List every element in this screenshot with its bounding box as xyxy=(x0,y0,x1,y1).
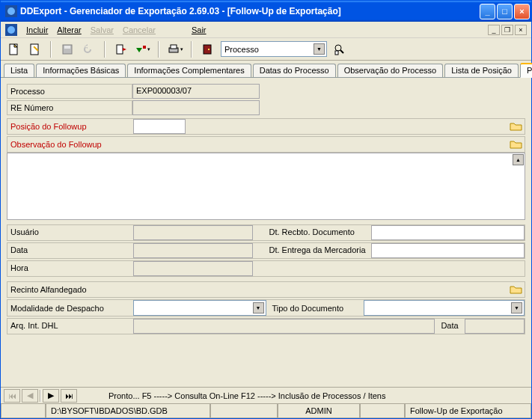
hora-field xyxy=(133,261,253,276)
save-button[interactable] xyxy=(59,41,76,58)
maximize-button[interactable]: □ xyxy=(497,4,513,19)
minimize-button[interactable]: _ xyxy=(480,4,495,19)
recalf-panel: Recinto Alfandegado xyxy=(7,281,525,298)
toolbar: ▾ ▾ Processo ▼ xyxy=(1,38,531,61)
tab-lista-posicao[interactable]: Lista de Posição xyxy=(444,64,519,77)
tab-info-compl[interactable]: Informações Complementares xyxy=(127,64,251,77)
menu-alterar[interactable]: Alterar xyxy=(57,25,81,34)
nav-last-button[interactable]: ⏭ xyxy=(61,389,77,403)
search-type-value: Processo xyxy=(224,45,314,54)
app-icon xyxy=(5,5,17,17)
nav-next-button[interactable]: ▶ xyxy=(43,389,59,403)
hora-label: Hora xyxy=(7,261,133,276)
svg-rect-13 xyxy=(143,46,146,49)
scroll-up-icon[interactable]: ▲ xyxy=(513,154,524,165)
import-dropdown-button[interactable]: ▾ xyxy=(134,41,150,58)
obs-followup-label: Observação do Followup xyxy=(7,138,232,151)
data-label: Data xyxy=(7,243,133,258)
tab-datas[interactable]: Datas do Processo xyxy=(253,64,336,77)
moddesp-label: Modalidade de Despacho xyxy=(7,302,133,315)
data2-label: Data xyxy=(435,319,465,334)
svg-point-1 xyxy=(7,7,15,15)
status-cell-empty3 xyxy=(360,404,405,418)
svg-rect-9 xyxy=(64,46,70,49)
tipodoc-combo[interactable]: ▼ xyxy=(364,300,525,316)
mdi-icon xyxy=(5,24,17,36)
usuario-field xyxy=(133,225,253,240)
menu-salvar[interactable]: Salvar xyxy=(91,25,114,34)
dtent-label: Dt. Entrega da Mercadoria xyxy=(266,243,371,258)
processo-label: Processo xyxy=(7,84,132,99)
re-numero-label: RE Número xyxy=(7,100,132,115)
data2-field xyxy=(465,319,525,334)
menu-sair[interactable]: Sair xyxy=(192,25,207,34)
nav-prev-button[interactable]: ◀ xyxy=(22,389,38,403)
window-title: DDExport - Gerenciador de Exportação 2.6… xyxy=(20,6,480,16)
chevron-down-icon[interactable]: ▼ xyxy=(314,43,325,55)
svg-rect-16 xyxy=(204,45,211,54)
re-numero-field xyxy=(132,100,260,115)
tab-observacao[interactable]: Observação do Processo xyxy=(337,64,444,77)
svg-point-3 xyxy=(7,26,15,34)
mdi-restore-button[interactable]: ❐ xyxy=(501,25,513,35)
svg-rect-10 xyxy=(117,45,123,54)
dtrec-label: Dt. Recbto. Documento xyxy=(266,225,371,240)
svg-rect-20 xyxy=(335,51,338,55)
dtent-field[interactable] xyxy=(371,243,525,258)
status-cell-empty1 xyxy=(1,404,46,418)
data-field xyxy=(133,243,253,258)
arqdhl-label: Arq. Int. DHL xyxy=(7,319,133,334)
tab-info-basicas[interactable]: Informações Básicas xyxy=(36,64,126,77)
main-window: DDExport - Gerenciador de Exportação 2.6… xyxy=(0,0,532,419)
chevron-down-icon[interactable]: ▼ xyxy=(253,302,264,314)
svg-rect-17 xyxy=(208,49,210,50)
export-button[interactable] xyxy=(113,41,129,58)
status-user: ADMIN xyxy=(278,404,360,418)
exit-button[interactable] xyxy=(200,41,216,58)
edit-doc-button[interactable] xyxy=(26,41,43,58)
status-cell-empty2 xyxy=(210,404,278,418)
posicao-followup-label: Posição do Followup xyxy=(7,120,133,133)
usuario-label: Usuário xyxy=(7,225,133,240)
svg-line-19 xyxy=(340,50,343,53)
svg-marker-11 xyxy=(123,48,126,51)
nav-first-button[interactable]: ⏮ xyxy=(4,389,20,403)
mdi-minimize-button[interactable]: _ xyxy=(488,25,500,35)
arqdhl-field xyxy=(133,319,435,334)
moddesp-combo[interactable]: ▼ xyxy=(133,300,266,316)
menu-incluir[interactable]: Incluir xyxy=(26,25,48,34)
undo-button[interactable] xyxy=(80,41,97,58)
titlebar: DDExport - Gerenciador de Exportação 2.6… xyxy=(1,1,531,22)
obs-followup-panel: Observação do Followup xyxy=(7,136,525,153)
form-pane: Processo EXP000003/07 RE Número Posição … xyxy=(1,77,531,387)
status-module: Follow-Up de Exportação xyxy=(405,404,531,418)
search-type-combo[interactable]: Processo ▼ xyxy=(221,41,327,57)
status-hint: Pronto... F5 -----> Consulta On-Line F12… xyxy=(79,391,528,400)
svg-point-18 xyxy=(335,45,341,51)
menu-cancelar[interactable]: Cancelar xyxy=(123,25,156,34)
recalf-label: Recinto Alfandegado xyxy=(7,283,133,296)
recalf-browse-button[interactable] xyxy=(510,284,523,296)
obs-followup-textarea[interactable]: ▲ xyxy=(7,153,525,220)
mdi-close-button[interactable]: × xyxy=(515,25,527,35)
posicao-followup-browse-button[interactable] xyxy=(510,120,523,132)
print-dropdown-button[interactable]: ▾ xyxy=(167,41,183,58)
tab-lista[interactable]: Lista xyxy=(4,64,34,77)
chevron-down-icon[interactable]: ▼ xyxy=(511,302,522,314)
navigator-bar: ⏮ ◀ ▶ ⏭ Pronto... F5 -----> Consulta On-… xyxy=(1,387,531,403)
tabstrip: Lista Informações Básicas Informações Co… xyxy=(1,61,531,77)
new-doc-button[interactable] xyxy=(5,41,22,58)
status-path: D:\BYSOFT\IBDADOS\BD.GDB xyxy=(46,404,210,418)
svg-rect-15 xyxy=(171,45,177,49)
dtrec-field[interactable] xyxy=(371,225,525,240)
posicao-followup-field[interactable] xyxy=(133,119,186,134)
tipodoc-label: Tipo do Documento xyxy=(266,302,364,315)
search-button[interactable] xyxy=(331,41,348,58)
tab-posicao[interactable]: Posição xyxy=(520,63,532,78)
processo-field: EXP000003/07 xyxy=(132,84,260,99)
close-button[interactable]: × xyxy=(514,4,530,19)
statusbar: D:\BYSOFT\IBDADOS\BD.GDB ADMIN Follow-Up… xyxy=(1,403,531,418)
posicao-followup-panel: Posição do Followup xyxy=(7,118,525,135)
menubar: Incluir Alterar Salvar Cancelar Sair _ ❐… xyxy=(1,22,531,38)
obs-followup-browse-button[interactable] xyxy=(510,138,523,150)
